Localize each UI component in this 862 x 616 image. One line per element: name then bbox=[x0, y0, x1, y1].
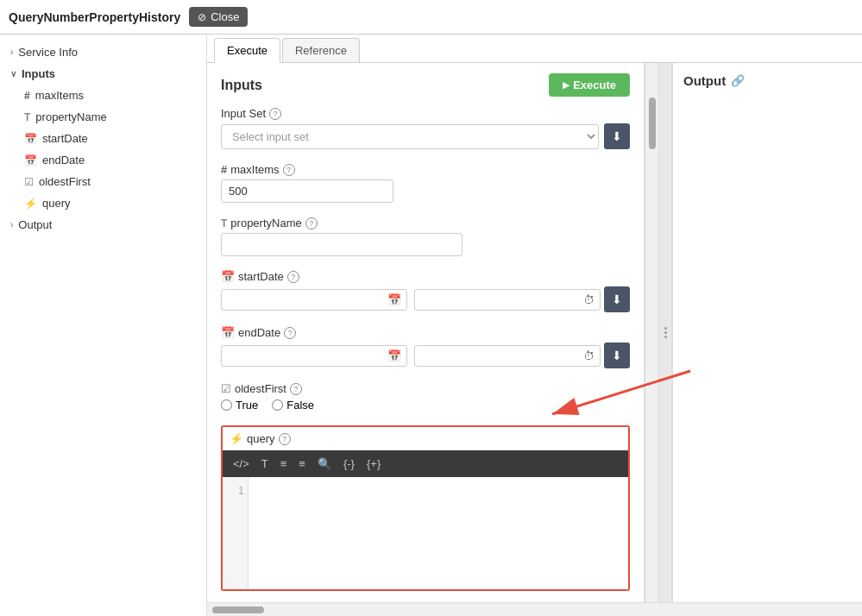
end-date-info-icon[interactable]: ? bbox=[284, 327, 296, 339]
toolbar-align-left-btn[interactable]: ≡ bbox=[277, 456, 291, 472]
max-items-input[interactable] bbox=[221, 179, 393, 203]
h-scroll-thumb[interactable] bbox=[212, 607, 264, 613]
hash-icon: # bbox=[24, 90, 30, 102]
right-panel: Execute Reference Inputs ▶ bbox=[207, 35, 862, 616]
inputs-panel: Inputs ▶ Execute Input Set ? bbox=[207, 63, 862, 602]
start-date-import-btn[interactable]: ⬇ bbox=[604, 286, 630, 312]
query-label: ⚡ query ? bbox=[223, 427, 628, 450]
input-set-group: Input Set ? Select input set ⬇ bbox=[221, 107, 630, 149]
toolbar-search-btn[interactable]: 🔍 bbox=[314, 456, 335, 472]
execute-button[interactable]: ▶ Execute bbox=[549, 73, 630, 97]
input-set-select[interactable]: Select input set bbox=[221, 124, 599, 149]
query-toolbar: </> T ≡ ≡ 🔍 {-} {+} bbox=[223, 450, 628, 477]
sidebar-property-name-label: propertyName bbox=[35, 110, 106, 123]
link-icon: ⚡ bbox=[24, 198, 37, 210]
toolbar-align-center-btn[interactable]: ≡ bbox=[295, 456, 309, 472]
dot2 bbox=[664, 331, 667, 334]
radio-true[interactable] bbox=[221, 399, 232, 411]
end-time-input-wrap[interactable]: ⏱ bbox=[414, 345, 601, 367]
sidebar-item-property-name[interactable]: T propertyName bbox=[0, 106, 206, 128]
content-area: Execute Reference Inputs ▶ bbox=[207, 35, 862, 616]
line-number-1: 1 bbox=[226, 482, 244, 500]
start-time-btn[interactable]: ⏱ bbox=[583, 293, 595, 306]
max-items-label: # maxItems ? bbox=[221, 163, 630, 176]
sidebar-item-max-items[interactable]: # maxItems bbox=[0, 85, 206, 106]
start-date-info-icon[interactable]: ? bbox=[287, 271, 299, 283]
end-date-label: 📅 endDate ? bbox=[221, 326, 630, 339]
input-set-label: Input Set ? bbox=[221, 107, 630, 120]
query-section: ⚡ query ? </> T ≡ ≡ 🔍 bbox=[221, 425, 630, 591]
sidebar-item-output[interactable]: › Output bbox=[0, 214, 206, 236]
dot1 bbox=[664, 327, 667, 330]
toolbar-expand-btn[interactable]: {+} bbox=[363, 456, 384, 472]
panel-collapse-handle[interactable] bbox=[658, 63, 672, 602]
end-date-input[interactable] bbox=[227, 349, 387, 361]
start-date-calendar-btn[interactable]: 📅 bbox=[387, 293, 401, 306]
main-layout: › Service Info ∨ Inputs # maxItems T pro… bbox=[0, 35, 862, 616]
end-date-calendar-btn[interactable]: 📅 bbox=[387, 349, 401, 362]
property-name-info-icon[interactable]: ? bbox=[305, 217, 318, 229]
sidebar-oldest-first-label: oldestFirst bbox=[39, 175, 91, 188]
tabs-bar: Execute Reference bbox=[207, 35, 862, 63]
close-icon: ⊘ bbox=[198, 11, 206, 23]
end-date-row: 📅 ⏱ ⬇ bbox=[221, 343, 630, 368]
output-link-icon[interactable]: 🔗 bbox=[731, 74, 745, 87]
start-time-input-wrap[interactable]: ⏱ bbox=[414, 289, 601, 311]
radio-false[interactable] bbox=[272, 399, 283, 411]
text-icon: T bbox=[24, 111, 30, 123]
start-time-input[interactable] bbox=[420, 293, 583, 305]
sidebar-inputs-label: Inputs bbox=[22, 67, 55, 80]
toolbar-code-btn[interactable]: </> bbox=[230, 456, 253, 472]
input-set-info-icon[interactable]: ? bbox=[269, 108, 281, 120]
query-link-icon: ⚡ bbox=[230, 432, 243, 445]
sidebar-item-query[interactable]: ⚡ query bbox=[0, 192, 206, 214]
checkbox-icon-oldest: ☑ bbox=[221, 382, 231, 395]
checkbox-icon: ☑ bbox=[24, 176, 34, 188]
scroll-thumb[interactable] bbox=[649, 97, 656, 149]
sidebar-start-date-label: startDate bbox=[42, 132, 88, 145]
start-date-row: 📅 ⏱ ⬇ bbox=[221, 286, 630, 312]
sidebar-item-inputs[interactable]: ∨ Inputs bbox=[0, 63, 206, 85]
tab-execute[interactable]: Execute bbox=[214, 38, 280, 63]
chevron-down-icon: ∨ bbox=[10, 69, 16, 79]
property-name-label: T propertyName ? bbox=[221, 217, 630, 229]
oldest-first-true-radio[interactable]: True bbox=[221, 399, 258, 412]
sidebar: › Service Info ∨ Inputs # maxItems T pro… bbox=[0, 35, 207, 616]
end-date-input-wrap[interactable]: 📅 bbox=[221, 345, 407, 367]
calendar-icon-start: 📅 bbox=[221, 270, 235, 283]
toolbar-text-btn[interactable]: T bbox=[258, 456, 272, 472]
tab-reference[interactable]: Reference bbox=[282, 38, 360, 62]
sidebar-output-label: Output bbox=[18, 218, 52, 231]
vertical-scrollbar[interactable] bbox=[645, 63, 658, 602]
end-date-import-btn[interactable]: ⬇ bbox=[604, 343, 630, 368]
code-input[interactable] bbox=[249, 477, 628, 589]
query-info-icon[interactable]: ? bbox=[279, 433, 291, 445]
close-button[interactable]: ⊘ Close bbox=[189, 7, 248, 27]
inputs-header: Inputs ▶ Execute bbox=[221, 73, 630, 97]
inputs-content: Inputs ▶ Execute Input Set ? bbox=[207, 63, 645, 602]
play-icon: ▶ bbox=[563, 80, 569, 90]
horizontal-scrollbar[interactable] bbox=[207, 602, 862, 616]
sidebar-item-end-date[interactable]: 📅 endDate bbox=[0, 149, 206, 171]
max-items-group: # maxItems ? bbox=[221, 163, 630, 203]
execute-label: Execute bbox=[573, 79, 616, 91]
inputs-scroll-container[interactable]: Inputs ▶ Execute Input Set ? bbox=[207, 63, 645, 602]
property-name-input[interactable] bbox=[221, 233, 462, 256]
output-panel: Output 🔗 bbox=[672, 63, 862, 602]
toolbar-collapse-btn[interactable]: {-} bbox=[340, 456, 358, 472]
input-set-row: Select input set ⬇ bbox=[221, 123, 630, 149]
calendar-icon-end: 📅 bbox=[24, 154, 37, 167]
oldest-first-info-icon[interactable]: ? bbox=[290, 383, 302, 395]
start-date-input-wrap[interactable]: 📅 bbox=[221, 289, 407, 311]
start-date-label: 📅 startDate ? bbox=[221, 270, 630, 283]
import-button[interactable]: ⬇ bbox=[604, 123, 630, 149]
oldest-first-label: ☑ oldestFirst ? bbox=[221, 382, 630, 395]
start-date-input[interactable] bbox=[227, 293, 387, 305]
end-time-input[interactable] bbox=[420, 349, 583, 361]
oldest-first-false-radio[interactable]: False bbox=[272, 399, 314, 412]
sidebar-item-service-info[interactable]: › Service Info bbox=[0, 41, 206, 63]
max-items-info-icon[interactable]: ? bbox=[283, 164, 295, 176]
sidebar-item-start-date[interactable]: 📅 startDate bbox=[0, 128, 206, 149]
sidebar-item-oldest-first[interactable]: ☑ oldestFirst bbox=[0, 171, 206, 192]
end-time-btn[interactable]: ⏱ bbox=[583, 349, 595, 362]
